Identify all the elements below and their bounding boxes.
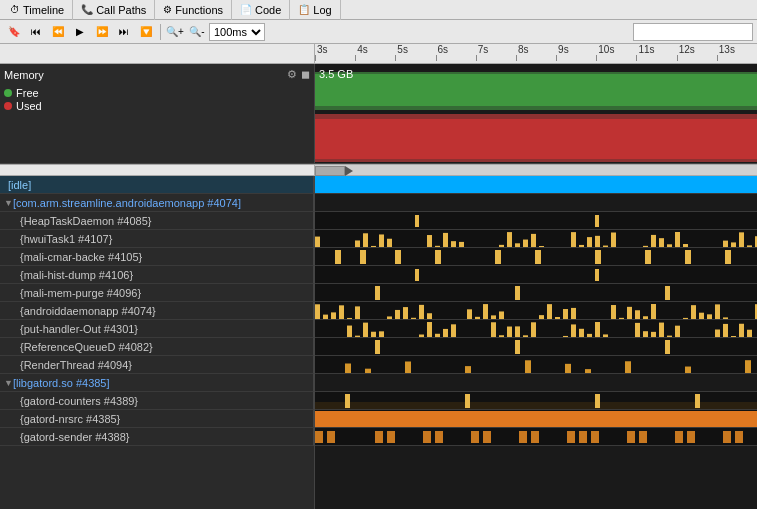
svg-rect-127	[723, 324, 728, 337]
label-text-androiddaemon: [com.arm.streamline.androidaemonapp #407…	[13, 197, 241, 209]
svg-rect-7	[595, 215, 599, 227]
svg-rect-55	[415, 269, 419, 281]
svg-rect-123	[659, 323, 664, 337]
chart-libgatord[interactable]	[315, 374, 757, 392]
svg-rect-18	[451, 241, 456, 247]
tab-code[interactable]: 📄 Code	[232, 0, 290, 20]
chart-svg-androiddaemon2	[315, 302, 757, 319]
ruler-tick-8s: 8s	[516, 44, 529, 61]
svg-rect-105	[435, 334, 440, 337]
svg-rect-109	[499, 335, 504, 337]
tab-functions[interactable]: ⚙ Functions	[155, 0, 232, 20]
label-mali-mem[interactable]: {mali-mem-purge #4096}	[0, 284, 314, 302]
label-text-gatord-sender: {gatord-sender #4388}	[20, 431, 129, 443]
process-labels: [idle]▼ [com.arm.streamline.androidaemon…	[0, 176, 315, 509]
chart-idle[interactable]	[315, 176, 757, 194]
label-mali-hist[interactable]: {mali-hist-dump #4106}	[0, 266, 314, 284]
svg-rect-63	[323, 315, 328, 319]
svg-rect-142	[585, 369, 591, 373]
svg-rect-24	[531, 234, 536, 247]
svg-rect-117	[587, 334, 592, 337]
log-icon: 📋	[298, 4, 310, 15]
svg-rect-50	[595, 250, 601, 264]
label-put-handler[interactable]: {put-handler-Out #4301}	[0, 320, 314, 338]
svg-rect-89	[651, 304, 656, 319]
tab-callpaths[interactable]: 📞 Call Paths	[73, 0, 155, 20]
label-mali-cmar[interactable]: {mali-cmar-backe #4105}	[0, 248, 314, 266]
svg-rect-102	[379, 331, 384, 337]
expand-arrow-libgatord: ▼	[4, 378, 13, 388]
tab-log[interactable]: 📋 Log	[290, 0, 340, 20]
svg-rect-51	[645, 250, 651, 264]
svg-rect-49	[535, 250, 541, 264]
label-heaptask[interactable]: {HeapTaskDaemon #4085}	[0, 212, 314, 230]
label-gatord-sender[interactable]: {gatord-sender #4388}	[0, 428, 314, 446]
step-back-button[interactable]: ⏪	[48, 22, 68, 42]
chart-put-handler[interactable]	[315, 320, 757, 338]
memory-value: 3.5 GB	[319, 68, 353, 80]
label-libgatord[interactable]: ▼ [libgatord.so #4385]	[0, 374, 314, 392]
zoom-out-button[interactable]: 🔍-	[187, 22, 207, 42]
label-renderthread[interactable]: {RenderThread #4094}	[0, 356, 314, 374]
label-idle[interactable]: [idle]	[0, 176, 314, 194]
svg-rect-151	[595, 394, 600, 408]
step-fwd-button[interactable]: ⏩	[92, 22, 112, 42]
chart-mali-hist[interactable]	[315, 266, 757, 284]
chart-androiddaemon2[interactable]	[315, 302, 757, 320]
chart-androiddaemon[interactable]	[315, 194, 757, 212]
svg-rect-149	[345, 394, 350, 408]
chart-renderthread[interactable]	[315, 356, 757, 374]
label-text-gatord-nrsrc: {gatord-nrsrc #4385}	[20, 413, 120, 425]
svg-rect-77	[491, 315, 496, 319]
chart-svg-heaptask	[315, 212, 757, 229]
label-androiddaemon2[interactable]: {androiddaemonapp #4074}	[0, 302, 314, 320]
svg-rect-30	[603, 246, 608, 247]
chart-svg-gatord-sender	[315, 428, 757, 445]
chart-gatord-sender[interactable]	[315, 428, 757, 446]
chart-svg-refqueue	[315, 338, 757, 355]
filter-button[interactable]: 🔽	[136, 22, 156, 42]
go-end-button[interactable]: ⏭	[114, 22, 134, 42]
svg-rect-26	[571, 232, 576, 247]
zoom-select[interactable]: 100ms 50ms 200ms 500ms 1s	[209, 23, 265, 41]
label-refqueue[interactable]: {ReferenceQueueD #4082}	[0, 338, 314, 356]
chart-refqueue[interactable]	[315, 338, 757, 356]
svg-rect-118	[595, 322, 600, 337]
label-gatord-counters[interactable]: {gatord-counters #4389}	[0, 392, 314, 410]
chart-gatord-nrsrc[interactable]	[315, 410, 757, 428]
search-input[interactable]	[633, 23, 753, 41]
svg-rect-110	[507, 327, 512, 337]
memory-settings-icon[interactable]: ⚙	[287, 68, 297, 81]
scrollbar-left	[0, 165, 315, 175]
play-button[interactable]: ▶	[70, 22, 90, 42]
tab-timeline[interactable]: ⏱ Timeline	[2, 0, 73, 20]
chart-gatord-counters[interactable]	[315, 392, 757, 410]
chart-heaptask[interactable]	[315, 212, 757, 230]
svg-rect-14	[387, 239, 392, 247]
svg-rect-54	[315, 266, 757, 283]
svg-rect-137	[365, 369, 371, 373]
separator1	[160, 24, 161, 40]
label-text-refqueue: {ReferenceQueueD #4082}	[20, 341, 153, 353]
ruler-tick-10s: 10s	[596, 44, 614, 61]
ruler-timeline: 3s4s5s6s7s8s9s10s11s12s13s14s	[315, 44, 757, 64]
scrollbar-track[interactable]	[315, 165, 757, 175]
bookmark-button[interactable]: 🔖	[4, 22, 24, 42]
label-androiddaemon[interactable]: ▼ [com.arm.streamline.androidaemonapp #4…	[0, 194, 314, 212]
scrollbar-thumb[interactable]	[315, 166, 345, 176]
svg-rect-165	[531, 431, 539, 443]
svg-rect-128	[731, 336, 736, 337]
svg-rect-33	[651, 235, 656, 247]
label-gatord-nrsrc[interactable]: {gatord-nrsrc #4385}	[0, 410, 314, 428]
svg-rect-171	[675, 431, 683, 443]
svg-rect-146	[315, 374, 757, 391]
chart-hwuitask[interactable]	[315, 230, 757, 248]
label-hwuitask[interactable]: {hwuiTask1 #4107}	[0, 230, 314, 248]
chart-mali-mem[interactable]	[315, 284, 757, 302]
go-start-button[interactable]: ⏮	[26, 22, 46, 42]
zoom-in-button[interactable]: 🔍+	[165, 22, 185, 42]
ruler-tick-6s: 6s	[436, 44, 449, 61]
memory-toggle-icon[interactable]: ◼	[301, 68, 310, 81]
svg-rect-1	[315, 74, 757, 106]
chart-mali-cmar[interactable]	[315, 248, 757, 266]
